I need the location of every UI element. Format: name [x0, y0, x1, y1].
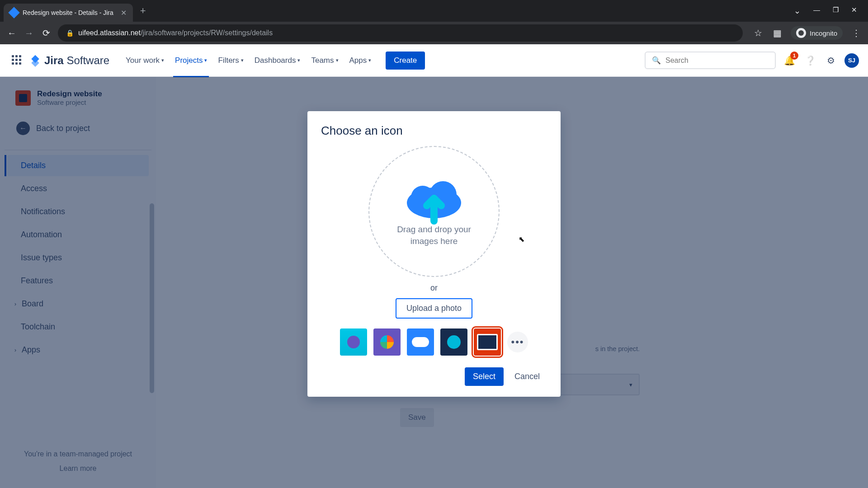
notifications-icon[interactable]: 🔔1: [782, 53, 797, 68]
lock-icon: 🔒: [66, 29, 74, 37]
content-area: Redesign website Software project ← Back…: [0, 77, 868, 488]
tab-bar: Redesign website - Details - Jira ✕ + ⌄ …: [0, 0, 868, 22]
nav-projects[interactable]: Projects▾: [170, 52, 212, 69]
upload-photo-button[interactable]: Upload a photo: [396, 298, 472, 319]
browser-tab[interactable]: Redesign website - Details - Jira ✕: [4, 4, 133, 22]
create-button[interactable]: Create: [386, 52, 425, 70]
select-button[interactable]: Select: [465, 367, 504, 386]
jira-favicon: [8, 7, 19, 18]
maximize-icon[interactable]: ❐: [833, 6, 839, 16]
incognito-label: Incognito: [810, 29, 837, 37]
drop-text: Drag and drop your images here: [369, 224, 499, 247]
chevron-down-icon: ▾: [336, 57, 339, 63]
address-bar: ← → ⟳ 🔒 uifeed.atlassian.net/jira/softwa…: [0, 22, 868, 44]
nav-your-work[interactable]: Your work▾: [121, 52, 169, 69]
search-box[interactable]: 🔍: [645, 52, 776, 69]
app-header: Jira Software Your work▾ Projects▾ Filte…: [0, 44, 868, 77]
incognito-icon: [796, 28, 806, 38]
incognito-badge[interactable]: Incognito: [791, 26, 843, 40]
jira-logo-text: Jira Software: [44, 54, 109, 67]
chevron-down-icon: ▾: [368, 57, 371, 63]
help-icon[interactable]: ❔: [803, 53, 817, 68]
kebab-menu-icon[interactable]: ⋮: [851, 28, 862, 38]
browser-chrome: Redesign website - Details - Jira ✕ + ⌄ …: [0, 0, 868, 44]
choose-icon-modal: Choose an icon Drag and drop your images…: [307, 111, 561, 397]
notification-badge: 1: [790, 52, 798, 60]
reload-icon[interactable]: ⟳: [41, 28, 52, 38]
modal-overlay[interactable]: Choose an icon Drag and drop your images…: [0, 77, 868, 488]
top-nav: Your work▾ Projects▾ Filters▾ Dashboards…: [121, 52, 376, 69]
modal-actions: Select Cancel: [321, 367, 547, 386]
more-icons-button[interactable]: •••: [507, 332, 528, 352]
preset-icon-4[interactable]: [440, 328, 467, 356]
preset-icon-5[interactable]: [474, 328, 501, 356]
nav-dashboards[interactable]: Dashboards▾: [250, 52, 305, 69]
icon-presets: •••: [321, 328, 547, 356]
chevron-down-icon: ▾: [204, 57, 207, 63]
url-box[interactable]: 🔒 uifeed.atlassian.net/jira/software/pro…: [58, 24, 743, 42]
preset-icon-1[interactable]: [340, 328, 367, 356]
close-tab-icon[interactable]: ✕: [121, 9, 127, 17]
nav-teams[interactable]: Teams▾: [307, 52, 343, 69]
settings-gear-icon[interactable]: ⚙: [824, 53, 838, 68]
preset-icon-3[interactable]: [407, 328, 434, 356]
chevron-down-icon: ▾: [297, 57, 300, 63]
jira-logo[interactable]: Jira Software: [29, 54, 109, 67]
nav-filters[interactable]: Filters▾: [213, 52, 248, 69]
extensions-icon[interactable]: ▦: [772, 28, 783, 38]
chevron-down-icon: ▾: [161, 57, 164, 63]
cloud-upload-icon: [402, 176, 466, 216]
nav-apps[interactable]: Apps▾: [345, 52, 376, 69]
dropzone[interactable]: Drag and drop your images here: [368, 146, 500, 277]
forward-icon[interactable]: →: [24, 28, 34, 38]
jira-logo-icon: [29, 54, 42, 67]
tab-title: Redesign website - Details - Jira: [23, 9, 113, 16]
new-tab-button[interactable]: +: [135, 5, 151, 17]
minimize-icon[interactable]: —: [813, 6, 820, 16]
preset-icon-2[interactable]: [373, 328, 401, 356]
or-divider: or: [321, 283, 547, 293]
search-icon: 🔍: [652, 56, 661, 65]
search-input[interactable]: [665, 56, 769, 65]
avatar[interactable]: SJ: [844, 53, 859, 68]
close-window-icon[interactable]: ✕: [851, 6, 857, 16]
window-controls: ⌄ — ❐ ✕: [794, 6, 864, 16]
chevron-down-icon: ▾: [241, 57, 244, 63]
modal-title: Choose an icon: [321, 124, 547, 138]
back-icon[interactable]: ←: [6, 28, 17, 38]
app-launcher-icon[interactable]: [9, 52, 25, 69]
star-icon[interactable]: ☆: [753, 28, 764, 38]
url-text: uifeed.atlassian.net/jira/software/proje…: [78, 29, 273, 37]
tab-dropdown-icon[interactable]: ⌄: [794, 6, 801, 16]
cancel-button[interactable]: Cancel: [507, 367, 547, 386]
